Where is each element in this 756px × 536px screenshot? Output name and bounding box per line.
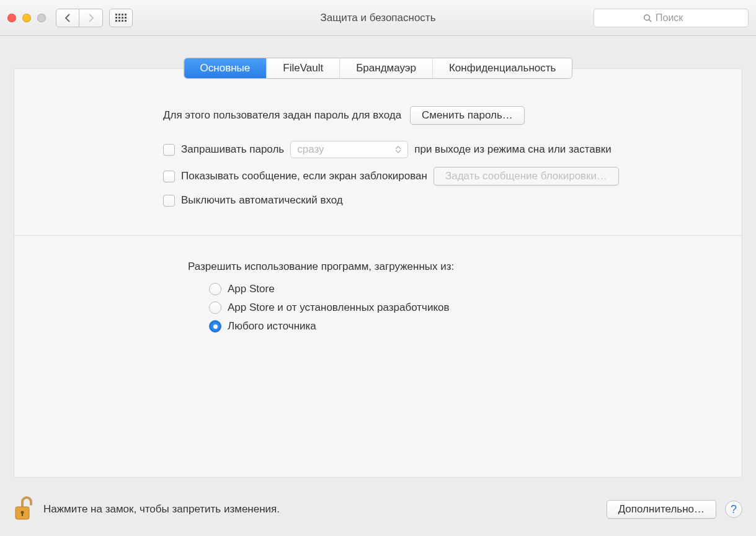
- disable-auto-login-checkbox[interactable]: [163, 195, 175, 207]
- section-divider: [14, 235, 742, 236]
- tab-general[interactable]: Основные: [184, 58, 267, 78]
- radio-identified[interactable]: [209, 302, 221, 314]
- titlebar: Защита и безопасность: [0, 0, 756, 36]
- svg-line-1: [649, 19, 652, 22]
- tab-bar: Основные FileVault Брандмауэр Конфиденци…: [184, 58, 573, 79]
- lock-button[interactable]: [14, 494, 35, 524]
- grid-icon: [115, 14, 127, 22]
- tab-filevault[interactable]: FileVault: [267, 58, 340, 78]
- disable-auto-login-label: Выключить автоматический вход: [181, 194, 343, 207]
- minimize-window-button[interactable]: [22, 14, 31, 22]
- allow-apps-heading: Разрешить использование программ, загруж…: [163, 261, 717, 273]
- allow-apps-option-appstore: App Store: [209, 283, 717, 295]
- svg-rect-5: [22, 512, 23, 516]
- advanced-button[interactable]: Дополнительно…: [607, 500, 716, 519]
- disable-auto-login-row: Выключить автоматический вход: [163, 194, 717, 207]
- main-panel: Основные FileVault Брандмауэр Конфиденци…: [14, 68, 742, 478]
- allow-apps-option-identified: App Store и от установленных разработчик…: [209, 302, 717, 314]
- forward-button[interactable]: [79, 9, 103, 27]
- chevron-right-icon: [87, 14, 95, 22]
- window-controls: [7, 14, 46, 22]
- radio-anywhere[interactable]: [209, 320, 221, 333]
- require-password-delay-value: сразу: [297, 143, 324, 156]
- general-section: Для этого пользователя задан пароль для …: [39, 106, 717, 207]
- svg-point-0: [644, 14, 650, 20]
- lock-open-icon: [14, 494, 35, 522]
- password-set-row: Для этого пользователя задан пароль для …: [163, 106, 717, 125]
- preferences-window: Защита и безопасность Основные FileVault…: [0, 0, 756, 536]
- require-password-checkbox[interactable]: [163, 144, 175, 156]
- show-message-checkbox[interactable]: [163, 171, 175, 182]
- footer: Нажмите на замок, чтобы запретить измене…: [0, 483, 756, 536]
- radio-appstore[interactable]: [209, 283, 221, 295]
- show-message-row: Показывать сообщение, если экран заблоки…: [163, 167, 717, 185]
- back-button[interactable]: [56, 9, 79, 27]
- password-set-label: Для этого пользователя задан пароль для …: [163, 109, 401, 122]
- require-password-delay-select[interactable]: сразу: [290, 141, 408, 158]
- set-lock-message-button[interactable]: Задать сообщение блокировки…: [434, 167, 619, 185]
- radio-identified-label: App Store и от установленных разработчик…: [228, 302, 450, 314]
- radio-anywhere-label: Любого источника: [228, 320, 316, 333]
- search-field[interactable]: [594, 9, 749, 27]
- radio-appstore-label: App Store: [228, 283, 275, 295]
- content-area: Основные FileVault Брандмауэр Конфиденци…: [0, 36, 756, 483]
- require-password-suffix: при выходе из режима сна или заставки: [414, 143, 611, 156]
- nav-buttons: [56, 9, 103, 27]
- search-icon: [643, 14, 652, 22]
- allow-apps-section: Разрешить использование программ, загруж…: [39, 261, 717, 333]
- show-all-button[interactable]: [109, 9, 133, 27]
- chevron-left-icon: [64, 14, 71, 22]
- tab-privacy[interactable]: Конфиденциальность: [433, 58, 572, 78]
- show-message-label: Показывать сообщение, если экран заблоки…: [181, 170, 427, 182]
- allow-apps-radio-group: App Store App Store и от установленных р…: [163, 283, 717, 333]
- zoom-window-button[interactable]: [37, 14, 46, 22]
- lock-hint-text: Нажмите на замок, чтобы запретить измене…: [43, 503, 280, 516]
- search-input[interactable]: [656, 12, 699, 24]
- close-window-button[interactable]: [7, 14, 16, 22]
- change-password-button[interactable]: Сменить пароль…: [410, 106, 525, 125]
- require-password-row: Запрашивать пароль сразу при выходе из р…: [163, 141, 717, 158]
- require-password-label: Запрашивать пароль: [181, 143, 284, 156]
- select-stepper-icon: [395, 146, 401, 153]
- help-button[interactable]: ?: [725, 501, 742, 518]
- tab-firewall[interactable]: Брандмауэр: [340, 58, 433, 78]
- allow-apps-option-anywhere: Любого источника: [209, 320, 717, 333]
